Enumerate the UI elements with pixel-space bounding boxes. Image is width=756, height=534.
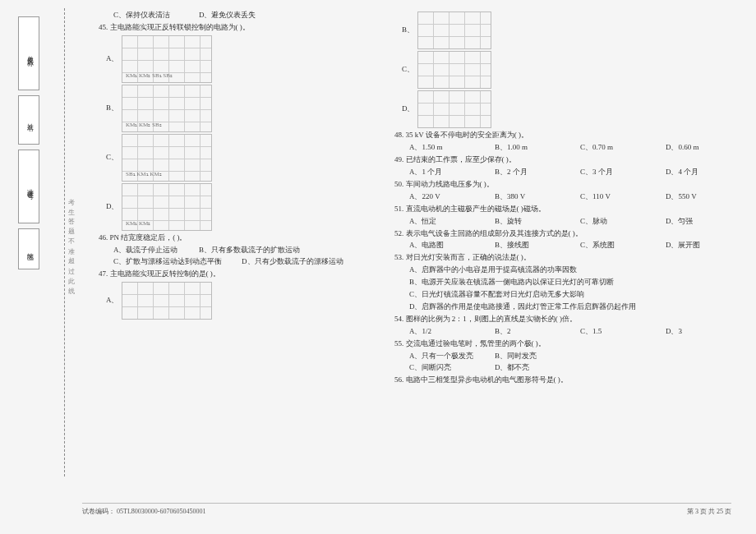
diagram-45b-components: KM₁ KM₂ SB₂: [126, 121, 162, 130]
q51-a: A、恒定: [409, 216, 475, 228]
q53-b: B、电源开关应装在镇流器一侧电路内以保证日光灯的可靠切断: [409, 277, 731, 288]
q44-tail-options: C、保持仪表清洁 D、避免仪表丢失: [113, 10, 378, 21]
opt-47c-label: C、: [402, 64, 414, 76]
circuit-diagram-47d: D、: [417, 90, 491, 128]
sidebar-box-exam-id: 准考证号: [18, 150, 39, 223]
left-column: C、保持仪表清洁 D、避免仪表丢失 45. 主电路能实现正反转联锁控制的电路为(…: [90, 10, 386, 524]
sidebar-box-name: 姓名: [18, 95, 39, 145]
q55-a: A、只有一个极发亮: [409, 351, 475, 362]
q53-text: 53. 对日光灯安装而言，正确的说法是( )。: [394, 252, 731, 264]
q48-text: 48. 35 kV 设备不停电时的安全距离为( )。: [394, 130, 731, 141]
q49-a: A、1 个月: [409, 167, 475, 178]
cut-line: 考生答题不准超过此线: [64, 8, 74, 476]
q49-c: C、3 个月: [580, 167, 646, 178]
q51-text: 51. 直流电动机的主磁极产生的磁场是( )磁场。: [394, 204, 731, 215]
footer-code-label: 试卷编码：: [82, 508, 115, 515]
q48-a: A、1.50 m: [409, 142, 475, 154]
q48-b: B、1.00 m: [495, 142, 560, 154]
q46-row1: A、载流子停止运动 B、只有多数载流子的扩散运动: [113, 245, 378, 256]
q54-text: 54. 图样的比例为 2：1，则图上的直线是实物长的( )倍。: [394, 314, 731, 325]
q50-d: D、550 V: [666, 191, 731, 203]
opt-47d-label: D、: [402, 104, 415, 115]
cut-line-text: 考生答题不准超过此线: [66, 193, 75, 292]
q54-b: B、2: [495, 326, 560, 338]
q55-text: 55. 交流电通过验电笔时，氖管里的两个极( )。: [394, 338, 731, 350]
q46-opt-d: D、只有少数载流子的漂移运动: [242, 256, 343, 268]
diagram-45c-components: SB₁ KM₁ KM₂: [126, 170, 162, 179]
circuit-diagram-47c: C、: [417, 51, 491, 89]
opt-45a-label: A、: [106, 53, 119, 65]
q54-c: C、1.5: [580, 326, 646, 338]
q47-text: 47. 主电路能实现正反转控制的是( )。: [99, 269, 378, 280]
q49-b: B、2 个月: [495, 167, 560, 178]
footer-page: 第 3 页 共 25 页: [687, 507, 731, 516]
q52-a: A、电路图: [409, 240, 475, 251]
q48-d: D、0.60 m: [666, 142, 731, 154]
circuit-diagram-45c: C、 SB₁ KM₁ KM₂: [122, 134, 212, 182]
q55-row2: C、间断闪亮 D、都不亮: [409, 362, 731, 374]
page-footer: 试卷编码： 05TL80030000-60706050450001 第 3 页 …: [82, 503, 731, 516]
q53-c: C、日光灯镇流器容量不配套对日光灯启动无多大影响: [409, 289, 731, 301]
opt-47b-label: B、: [402, 25, 414, 36]
q53-a: A、启辉器中的小电容是用于提高镇流器的功率因数: [409, 265, 731, 276]
q52-text: 52. 表示电气设备主回路的组成部分及其连接方式的是( )。: [394, 228, 731, 240]
q55-d: D、都不亮: [495, 362, 560, 374]
q54-a: A、1/2: [409, 326, 475, 338]
q51-d: D、匀强: [666, 216, 731, 228]
q49-opts: A、1 个月 B、2 个月 C、3 个月 D、4 个月: [409, 167, 731, 178]
q52-d: D、展开图: [666, 240, 731, 251]
q51-opts: A、恒定 B、旋转 C、脉动 D、匀强: [409, 216, 731, 228]
q55-b: B、同时发亮: [495, 351, 560, 362]
q56-text: 56. 电路中三相笼型异步电动机的电气图形符号是( )。: [394, 375, 731, 386]
q46-text: 46. PN 结宽度稳定后，( )。: [99, 232, 378, 244]
q55-c: C、间断闪亮: [409, 362, 475, 374]
right-column: B、 C、 D、 48. 35 kV 设备不停电时的安全距离为( )。 A、1.…: [386, 10, 740, 524]
q48-opts: A、1.50 m B、1.00 m C、0.70 m D、0.60 m: [409, 142, 731, 154]
q46-opt-c: C、扩散与漂移运动达到动态平衡: [113, 256, 222, 268]
q52-b: B、接线图: [495, 240, 560, 251]
q45-text: 45. 主电路能实现正反转联锁控制的电路为( )。: [99, 22, 378, 34]
q49-d: D、4 个月: [666, 167, 731, 178]
exam-content: C、保持仪表清洁 D、避免仪表丢失 45. 主电路能实现正反转联锁控制的电路为(…: [82, 0, 756, 534]
q50-opts: A、220 V B、380 V C、110 V D、550 V: [409, 191, 731, 203]
binding-sidebar: 单位名称 姓名 准考证号 地区: [0, 0, 58, 534]
q50-a: A、220 V: [409, 191, 475, 203]
q46-opt-a: A、载流子停止运动: [113, 245, 179, 256]
q49-text: 49. 已结束的工作票，应至少保存( )。: [394, 154, 731, 166]
q48-c: C、0.70 m: [580, 142, 646, 154]
circuit-diagram-45d: D、 KM₁ KM₂: [122, 183, 212, 231]
q55-row1: A、只有一个极发亮 B、同时发亮: [409, 351, 731, 362]
circuit-diagram-45a: A、 KM₁ KM₂ SB₁ SB₂: [122, 35, 212, 83]
diagram-45a-components: KM₁ KM₂ SB₁ SB₂: [126, 71, 173, 81]
q52-opts: A、电路图 B、接线图 C、系统图 D、展开图: [409, 240, 731, 251]
footer-code: 试卷编码： 05TL80030000-60706050450001: [82, 507, 205, 516]
q50-text: 50. 车间动力线路电压多为( )。: [394, 179, 731, 191]
q53-d: D、启辉器的作用是使电路接通，因此灯管正常工作后启辉器仍起作用: [409, 302, 731, 313]
opt-45d-label: D、: [106, 201, 119, 213]
opt-45b-label: B、: [106, 103, 118, 114]
q46-row2: C、扩散与漂移运动达到动态平衡 D、只有少数载流子的漂移运动: [113, 256, 378, 268]
circuit-diagram-47a: A、: [122, 282, 212, 320]
q50-b: B、380 V: [495, 191, 560, 203]
sidebar-box-unit: 单位名称: [18, 16, 39, 90]
q44-opt-c: C、保持仪表清洁: [113, 10, 179, 21]
q52-c: C、系统图: [580, 240, 646, 251]
q51-c: C、脉动: [580, 216, 646, 228]
footer-code-value: 05TL80030000-60706050450001: [117, 508, 205, 515]
diagram-45d-components: KM₁ KM₂: [126, 219, 150, 228]
sidebar-box-region: 地区: [18, 228, 39, 269]
q46-opt-b: B、只有多数载流子的扩散运动: [199, 245, 300, 256]
q54-d: D、3: [666, 326, 731, 338]
q50-c: C、110 V: [580, 191, 646, 203]
opt-47a-label: A、: [106, 295, 119, 306]
opt-45c-label: C、: [106, 152, 118, 163]
q54-opts: A、1/2 B、2 C、1.5 D、3: [409, 326, 731, 338]
circuit-diagram-47b: B、: [417, 12, 491, 49]
q44-opt-d: D、避免仪表丢失: [199, 10, 265, 21]
q51-b: B、旋转: [495, 216, 560, 228]
circuit-diagram-45b: B、 KM₁ KM₂ SB₂: [122, 85, 212, 132]
